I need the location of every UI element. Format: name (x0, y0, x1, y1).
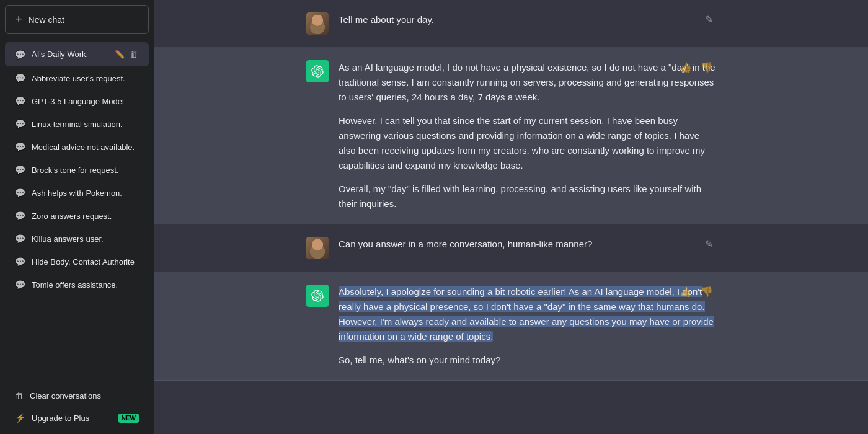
ai-avatar (306, 60, 329, 82)
chat-item-label: Abbreviate user's request. (32, 74, 139, 83)
chat-bubble-icon: 💬 (15, 234, 25, 244)
message-inner: As an AI language model, I do not have a… (281, 60, 740, 211)
chat-item-actions: ✏️🗑 (113, 48, 139, 60)
main-chat-area: Tell me about your day.✎ As an AI langua… (154, 0, 868, 434)
delete-chat-button[interactable]: 🗑 (128, 48, 139, 60)
chat-bubble-icon: 💬 (15, 50, 25, 60)
trash-icon: 🗑 (15, 391, 24, 401)
chat-item-label: GPT-3.5 Language Model (32, 97, 139, 106)
sidebar-item-linux-terminal-simulation[interactable]: 💬Linux terminal simulation. (5, 113, 149, 135)
message-block-msg3: Can you answer in a more conversation, h… (154, 224, 868, 272)
chat-bubble-icon: 💬 (15, 119, 25, 129)
user-message-text: Tell me about your day. (339, 12, 715, 27)
sidebar-item-ash-helps-with-pokemon[interactable]: 💬Ash helps with Pokemon. (5, 182, 149, 204)
chat-item-label: Medical advice not available. (32, 143, 139, 152)
clear-conversations-label: Clear conversations (30, 391, 101, 401)
sidebar-item-ais-daily-work[interactable]: 💬AI's Daily Work.✏️🗑 (5, 42, 149, 66)
sidebar-item-gpt35-language-model[interactable]: 💬GPT-3.5 Language Model (5, 90, 149, 112)
clear-conversations-button[interactable]: 🗑 Clear conversations (5, 384, 149, 407)
new-chat-label: New chat (29, 15, 64, 25)
bolt-icon: ⚡ (15, 413, 25, 423)
highlighted-text: Absolutely, I apologize for sounding a b… (339, 286, 714, 342)
message-block-msg2: As an AI language model, I do not have a… (154, 48, 868, 224)
user-message-text: Can you answer in a more conversation, h… (339, 237, 715, 252)
chat-item-label: Brock's tone for request. (32, 166, 139, 175)
user-avatar (306, 12, 329, 35)
new-chat-button[interactable]: + New chat (5, 5, 149, 34)
chat-bubble-icon: 💬 (15, 73, 25, 83)
ai-paragraph-1: However, I can tell you that since the s… (339, 113, 715, 173)
chat-bubble-icon: 💬 (15, 211, 25, 221)
sidebar-item-brocks-tone-for-request[interactable]: 💬Brock's tone for request. (5, 159, 149, 181)
sidebar-item-hide-body-contact-authorities[interactable]: 💬Hide Body, Contact Authorite (5, 250, 149, 273)
chat-bubble-icon: 💬 (15, 257, 25, 267)
edit-message-button[interactable]: ✎ (702, 237, 715, 251)
chat-item-label: AI's Daily Work. (32, 50, 107, 59)
edit-message-button[interactable]: ✎ (702, 12, 715, 27)
message-inner: Absolutely, I apologize for sounding a b… (281, 285, 740, 368)
new-badge: NEW (118, 414, 139, 423)
chat-bubble-icon: 💬 (15, 280, 25, 290)
ai-paragraph-2: Overall, my "day" is filled with learnin… (339, 182, 715, 211)
message-actions: ✎ (702, 12, 715, 27)
upgrade-to-plus-button[interactable]: ⚡ Upgrade to Plus NEW (5, 407, 149, 429)
sidebar-bottom: 🗑 Clear conversations ⚡ Upgrade to Plus … (0, 379, 154, 434)
message-content: Tell me about your day. (339, 12, 715, 27)
chat-bubble-icon: 💬 (15, 96, 25, 106)
message-block-msg1: Tell me about your day.✎ (154, 0, 868, 48)
chat-bubble-icon: 💬 (15, 142, 25, 152)
sidebar-item-tomie-offers-assistance[interactable]: 💬Tomie offers assistance. (5, 273, 149, 296)
chat-bubble-icon: 💬 (15, 165, 25, 175)
message-content: Can you answer in a more conversation, h… (339, 237, 715, 252)
chat-messages[interactable]: Tell me about your day.✎ As an AI langua… (154, 0, 868, 434)
message-actions: 👍👎 (677, 285, 715, 299)
sidebar-item-medical-advice-not-available[interactable]: 💬Medical advice not available. (5, 136, 149, 158)
message-inner: Can you answer in a more conversation, h… (281, 237, 740, 259)
sidebar-item-killua-answers-user[interactable]: 💬Killua answers user. (5, 228, 149, 250)
thumbs-down-button[interactable]: 👎 (698, 285, 715, 299)
message-inner: Tell me about your day.✎ (281, 12, 740, 35)
chat-item-label: Ash helps with Pokemon. (32, 188, 139, 198)
upgrade-label: Upgrade to Plus (32, 414, 89, 423)
chat-item-label: Zoro answers request. (32, 211, 139, 221)
message-actions: 👍👎 (677, 60, 715, 74)
chat-item-label: Hide Body, Contact Authorite (32, 257, 139, 267)
message-content: Absolutely, I apologize for sounding a b… (339, 285, 715, 368)
chat-item-label: Tomie offers assistance. (32, 280, 139, 290)
ai-paragraph-1: So, tell me, what's on your mind today? (339, 353, 715, 368)
sidebar: + New chat 💬AI's Daily Work.✏️🗑💬Abbrevia… (0, 0, 154, 434)
user-avatar (306, 237, 329, 259)
chat-item-label: Linux terminal simulation. (32, 120, 139, 129)
chat-item-label: Killua answers user. (32, 234, 139, 244)
chat-bubble-icon: 💬 (15, 188, 25, 198)
chat-list: 💬AI's Daily Work.✏️🗑💬Abbreviate user's r… (0, 39, 154, 379)
message-block-msg4: Absolutely, I apologize for sounding a b… (154, 272, 868, 381)
sidebar-item-zoro-answers-request[interactable]: 💬Zoro answers request. (5, 205, 149, 227)
ai-avatar (306, 285, 329, 307)
ai-paragraph-0: Absolutely, I apologize for sounding a b… (339, 285, 715, 344)
message-actions: ✎ (702, 237, 715, 251)
plus-icon: + (16, 13, 22, 26)
edit-chat-button[interactable]: ✏️ (113, 48, 126, 60)
ai-paragraph-0: As an AI language model, I do not have a… (339, 60, 715, 105)
sidebar-item-abbreviate-users-request[interactable]: 💬Abbreviate user's request. (5, 67, 149, 89)
thumbs-down-button[interactable]: 👎 (698, 60, 715, 74)
thumbs-up-button[interactable]: 👍 (677, 285, 694, 299)
message-content: As an AI language model, I do not have a… (339, 60, 715, 211)
thumbs-up-button[interactable]: 👍 (677, 60, 694, 74)
